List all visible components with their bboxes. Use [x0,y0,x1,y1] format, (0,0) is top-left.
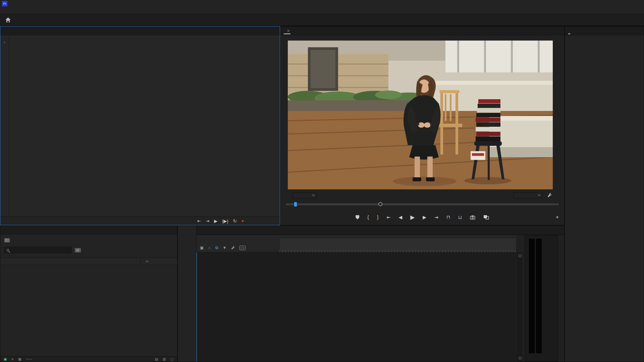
icon-view-icon[interactable]: ▦ [18,357,21,361]
program-monitor-panel: ≡ [280,26,565,225]
program-controls-bar [280,190,564,200]
new-item-icon[interactable]: ▥ [163,357,166,361]
goto-out-button[interactable]: ⇥ [434,215,438,220]
bin-up-icon [4,238,10,242]
column-frame-rate[interactable] [140,258,177,265]
linked-selection-icon[interactable]: ⧉ [215,245,218,250]
program-transport: { } ⇤ ◀ ▶ ▶ ⇥ ⊓ ⊔ + [280,212,564,222]
loop-button[interactable]: ↻ [233,219,237,223]
search-icon [7,249,9,251]
project-search-row [0,245,177,255]
playback-resolution-dropdown[interactable] [514,192,542,198]
list-view-icon[interactable]: ≡ [11,357,13,361]
audio-meters-panel [525,235,558,362]
panel-menu-icon[interactable]: ≡ [287,28,289,33]
premiere-pro-window: Pr › ⇤ ⇥ ▶ {▶} ↻ ● ≡ [0,0,644,362]
project-tree [0,267,177,356]
goto-out-button[interactable]: ⇥ [206,219,209,223]
panel-dock-list [565,259,644,362]
meter-left [529,239,535,353]
goto-in-button[interactable]: ⇤ [387,215,391,220]
project-panel: ▣ ≡ ▦ ─◦─ ▤ ▥ ▢ [0,225,177,362]
scroll-handle-bottom[interactable] [519,357,522,360]
scrubber-handle[interactable] [378,202,382,206]
step-back-button[interactable]: ◀ [398,215,402,220]
mark-out-button[interactable]: } [377,215,379,220]
goto-in-button[interactable]: ⇤ [197,219,201,223]
audio-track-mixer-panel: › ⇤ ⇥ ▶ {▶} ↻ ● [0,26,280,225]
timeline-vertical-scrollbar[interactable] [517,252,523,362]
mixer-transport-bar: ⇤ ⇥ ▶ {▶} ↻ ● [0,217,280,225]
project-tab-bar [0,226,177,234]
nest-toggle-icon[interactable]: ▣ [200,245,204,250]
snap-icon[interactable]: ∩ [208,245,211,250]
zoom-slider[interactable]: ─◦─ [26,357,32,361]
program-scrubber[interactable] [285,201,559,207]
video-frame[interactable]: NO BRAND [288,41,553,189]
lift-button[interactable]: ⊓ [446,215,450,220]
tab-reference[interactable] [294,26,303,35]
readout-icon[interactable]: ▣ [4,357,7,361]
project-file-row[interactable] [0,236,177,245]
menu-bar [0,7,644,14]
tab-info[interactable] [565,26,574,35]
info-body [565,35,644,39]
marker-icon[interactable]: ▼ [223,245,227,250]
project-column-header [0,258,177,265]
timeline-main: ▣ ∩ ⧉ ▼ CC [197,226,564,362]
mixer-body: › [0,36,280,217]
search-field[interactable] [11,248,69,252]
play-in-out-button[interactable]: {▶} [222,219,228,223]
program-playhead[interactable] [294,202,297,206]
mixer-expand-gutter[interactable]: › [0,36,9,217]
comparison-view-icon[interactable] [483,215,489,220]
search-input[interactable] [4,247,71,253]
timeline-tab-bar [197,226,564,235]
record-button[interactable]: ● [241,219,244,223]
timeline-panel: ▣ ∩ ⧉ ▼ CC [177,225,565,362]
tab-program[interactable]: ≡ [280,26,294,35]
info-tab-bar [565,26,644,35]
meter-right [536,239,542,353]
play-button[interactable]: ▶ [410,215,415,220]
search-bin-icon[interactable] [75,248,81,252]
captions-icon[interactable]: CC [239,246,246,250]
step-forward-button[interactable]: ▶ [423,215,426,220]
title-bar: Pr [0,0,644,7]
video-scene: NO BRAND [288,41,553,189]
delete-icon[interactable]: ▢ [171,357,174,361]
extract-button[interactable]: ⊔ [458,215,462,220]
button-editor-plus[interactable]: + [556,214,559,220]
scroll-handle-top[interactable] [519,254,522,257]
new-bin-icon[interactable]: ▤ [155,357,158,361]
export-frame-icon[interactable] [470,215,475,220]
timeline-header: ▣ ∩ ⧉ ▼ CC [197,235,517,252]
zoom-level-dropdown[interactable] [292,192,317,198]
home-icon[interactable] [5,17,11,22]
timeline-tools [178,226,197,362]
mark-in-button[interactable]: { [367,215,369,220]
program-tab-bar: ≡ [280,26,564,35]
project-footer-toolbar: ▣ ≡ ▦ ─◦─ ▤ ▥ ▢ [0,356,177,362]
info-panel [565,26,644,362]
timeline-tracks [197,252,517,362]
premiere-logo-icon: Pr [2,1,7,6]
timeline-settings-icons: ▣ ∩ ⧉ ▼ CC [200,245,246,250]
sort-caret-icon [146,260,148,263]
timeline-ruler[interactable] [279,238,517,252]
mixer-tab-bar [0,26,280,35]
add-marker-button[interactable] [356,215,359,220]
settings-wrench-icon[interactable] [547,193,552,198]
workspace-header [0,14,644,26]
play-button[interactable]: ▶ [214,219,217,223]
svg-text:NO BRAND: NO BRAND [483,123,495,126]
timeline-playhead-line[interactable] [197,252,197,362]
timeline-settings-wrench-icon[interactable] [231,246,235,250]
